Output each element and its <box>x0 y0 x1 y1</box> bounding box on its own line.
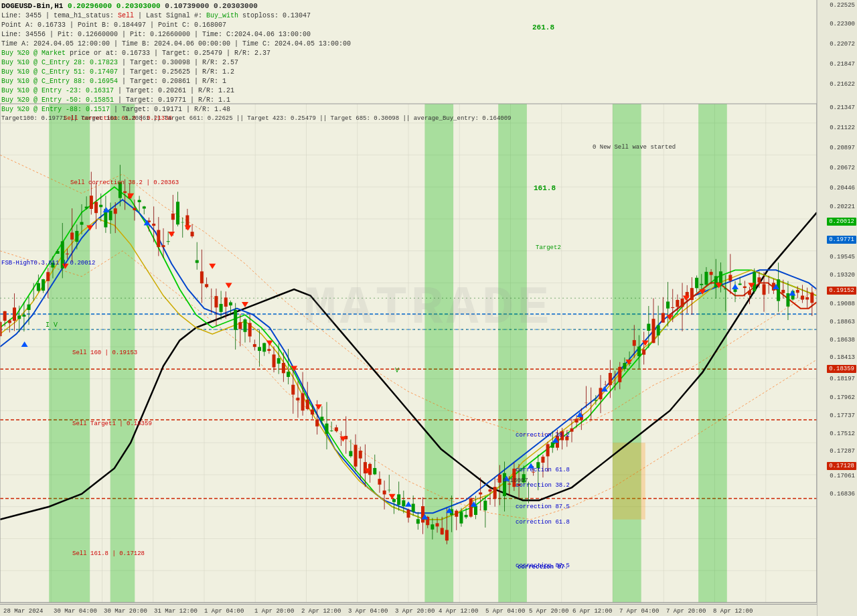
price-19088: 0.19088 <box>828 300 856 308</box>
date-6apr: 6 Apr 12:00 <box>572 608 612 615</box>
price-20012-highlight: 0.20012 <box>827 218 856 226</box>
price-17287: 0.17287 <box>828 447 856 455</box>
chart-container: MATRADE DOGEUSD-Bin,H1 0.20296000 0.2030… <box>0 0 857 616</box>
annotation-sell-382: Sell correction 38.2 | 0.20363 <box>70 179 179 186</box>
price-17061: 0.17061 <box>828 472 856 480</box>
price-21622: 0.21622 <box>828 80 856 88</box>
date-3apr-04: 3 Apr 04:00 <box>348 608 388 615</box>
price-18638: 0.18638 <box>828 336 856 344</box>
annotation-target2: Target2 <box>536 244 561 251</box>
date-2apr: 2 Apr 12:00 <box>301 608 341 615</box>
date-1apr-04: 1 Apr 04:00 <box>204 608 244 615</box>
annotation-iv-left: I V <box>46 321 58 329</box>
annotation-correction-618: correction 61.8 <box>516 519 570 526</box>
price-20221: 0.20221 <box>828 203 856 211</box>
right-axis: 0.22525 0.22300 0.22072 0.21847 0.21622 … <box>818 0 857 603</box>
price-18863: 0.18863 <box>828 318 856 326</box>
price-21347: 0.21347 <box>828 104 856 112</box>
price-19545: 0.19545 <box>828 253 856 261</box>
price-17737: 0.17737 <box>828 412 856 420</box>
price-21122: 0.21122 <box>828 124 856 132</box>
price-19320: 0.19320 <box>828 271 856 279</box>
annotation-sell-target1: Sell Target1 | 0.18359 <box>72 420 152 427</box>
main-chart <box>0 0 857 616</box>
price-22072: 0.22072 <box>828 40 856 48</box>
date-5apr-20: 5 Apr 20:00 <box>529 608 568 615</box>
price-17128-highlight: 0.17128 <box>827 462 856 470</box>
price-16836: 0.16836 <box>828 490 856 498</box>
annotation-sell-160: Sell 160 | 0.19153 <box>72 350 137 356</box>
price-21847: 0.21847 <box>828 60 856 68</box>
annotation-sell-618: Sell correction 61.8 | 0.21336 <box>64 115 172 122</box>
price-22300: 0.22300 <box>828 20 856 28</box>
price-17512: 0.17512 <box>828 430 856 438</box>
date-7apr-20: 7 Apr 20:00 <box>666 608 706 615</box>
date-28mar: 28 Mar 2024 <box>3 608 43 615</box>
price-20446: 0.20446 <box>828 184 856 192</box>
annotation-261-8: 261.8 <box>532 23 554 31</box>
price-18413: 0.18413 <box>828 354 856 362</box>
date-30mar-20: 30 Mar 20:00 <box>104 608 147 615</box>
price-20897: 0.20897 <box>828 144 856 152</box>
date-1apr-20: 1 Apr 20:00 <box>254 608 294 615</box>
price-17962: 0.17962 <box>828 394 856 402</box>
date-4apr: 4 Apr 12:00 <box>439 608 478 615</box>
date-31mar: 31 Mar 12:00 <box>154 608 198 615</box>
price-20672: 0.20672 <box>828 164 856 172</box>
date-30mar-04: 30 Mar 04:00 <box>54 608 97 615</box>
annotation-correction-87: correction 87. <box>518 564 568 570</box>
annotation-161-8: 161.8 <box>534 184 556 192</box>
price-22525: 0.22525 <box>828 1 856 9</box>
date-3apr-20: 3 Apr 20:00 <box>395 608 435 615</box>
annotation-v-mid: V <box>395 367 399 374</box>
price-18359-highlight: 0.18359 <box>827 365 856 373</box>
price-19152-highlight: 0.19152 <box>827 287 856 295</box>
date-8apr: 8 Apr 12:00 <box>713 608 753 615</box>
date-7apr-04: 7 Apr 04:00 <box>619 608 659 615</box>
price-18197: 0.18197 <box>828 375 856 383</box>
date-5apr-04: 5 Apr 04:00 <box>485 608 525 615</box>
annotation-fsb: FSB-HighT0.3.811 | 0.20012 <box>1 260 95 266</box>
price-19771-highlight: 0.19771 <box>827 236 856 244</box>
annotation-new-sell-wave: 0 New Sell wave started <box>593 144 676 151</box>
annotation-correction-382: correction 38.2 <box>516 482 570 489</box>
bottom-axis: 28 Mar 2024 30 Mar 04:00 30 Mar 20:00 31… <box>0 604 817 616</box>
annotation-sell-1618: Sell 161.8 | 0.17128 <box>72 550 145 557</box>
